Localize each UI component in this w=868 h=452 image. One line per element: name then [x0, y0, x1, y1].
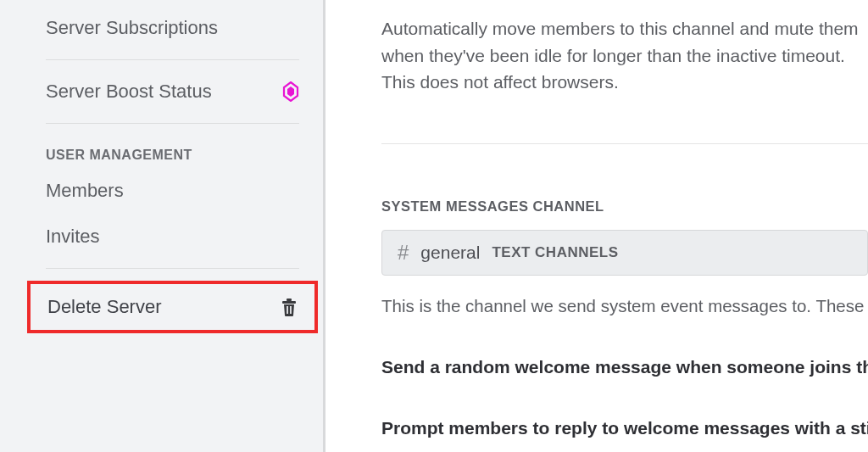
svg-rect-1	[287, 299, 292, 301]
settings-main: Automatically move members to this chann…	[326, 0, 868, 452]
sidebar-label-delete: Delete Server	[47, 296, 162, 318]
system-channel-help: This is the channel we send system event…	[381, 296, 868, 316]
system-messages-header: SYSTEM MESSAGES CHANNEL	[381, 198, 868, 215]
section-divider	[381, 143, 868, 144]
sidebar-header-user-management: USER MANAGEMENT	[46, 132, 299, 168]
sidebar-label-members: Members	[46, 180, 124, 202]
divider	[46, 268, 299, 269]
boost-gem-icon	[282, 81, 299, 102]
selected-channel-name: general	[420, 243, 480, 263]
sidebar-label-boost: Server Boost Status	[46, 81, 212, 103]
system-channel-select[interactable]: # general TEXT CHANNELS	[381, 230, 868, 276]
sidebar-item-delete-server[interactable]: Delete Server	[27, 281, 318, 333]
option-welcome-message[interactable]: Send a random welcome message when someo…	[381, 357, 868, 377]
svg-rect-2	[287, 306, 288, 314]
sidebar-label-subscriptions: Server Subscriptions	[46, 17, 218, 39]
trash-icon	[281, 298, 298, 316]
sidebar-item-invites[interactable]: Invites	[46, 214, 299, 259]
sidebar-item-boost[interactable]: Server Boost Status	[46, 69, 299, 114]
sidebar-label-invites: Invites	[46, 226, 100, 248]
sidebar-item-members[interactable]: Members	[46, 168, 299, 214]
divider	[46, 123, 299, 124]
sidebar-item-subscriptions[interactable]: Server Subscriptions	[46, 0, 299, 51]
selected-channel-category: TEXT CHANNELS	[492, 244, 618, 261]
svg-rect-3	[290, 306, 292, 314]
afk-description: Automatically move members to this chann…	[381, 15, 868, 96]
option-welcome-sticker[interactable]: Prompt members to reply to welcome messa…	[381, 418, 868, 438]
hash-icon: #	[398, 243, 409, 263]
divider	[46, 59, 299, 60]
svg-rect-0	[282, 301, 296, 304]
settings-sidebar: Server Subscriptions Server Boost Status…	[0, 0, 326, 452]
